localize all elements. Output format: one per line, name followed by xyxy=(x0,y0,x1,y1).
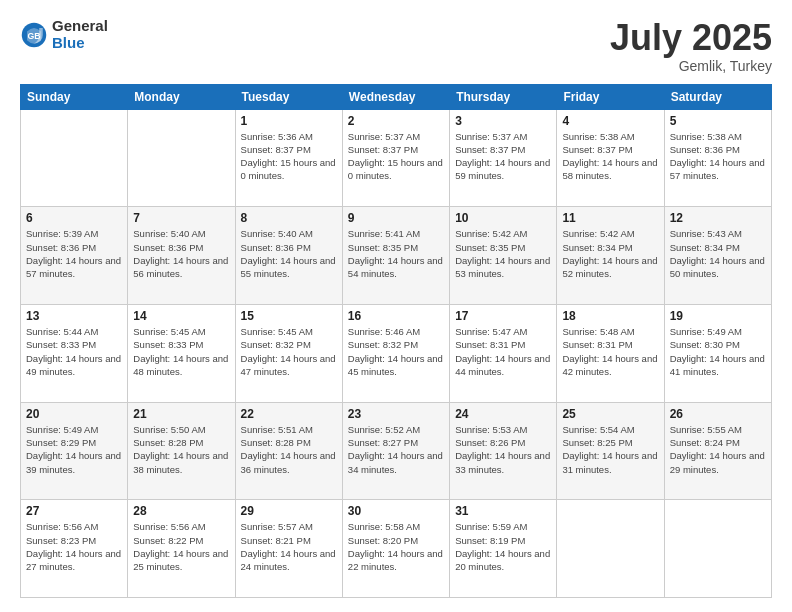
day-info: Sunrise: 5:41 AMSunset: 8:35 PMDaylight:… xyxy=(348,228,443,279)
cell-1-2: 8 Sunrise: 5:40 AMSunset: 8:36 PMDayligh… xyxy=(235,207,342,305)
day-info: Sunrise: 5:48 AMSunset: 8:31 PMDaylight:… xyxy=(562,326,657,377)
day-info: Sunrise: 5:57 AMSunset: 8:21 PMDaylight:… xyxy=(241,521,336,572)
cell-4-6 xyxy=(664,500,771,598)
cell-2-3: 16 Sunrise: 5:46 AMSunset: 8:32 PMDaylig… xyxy=(342,304,449,402)
day-number: 12 xyxy=(670,211,766,225)
day-number: 25 xyxy=(562,407,658,421)
day-info: Sunrise: 5:45 AMSunset: 8:32 PMDaylight:… xyxy=(241,326,336,377)
day-info: Sunrise: 5:53 AMSunset: 8:26 PMDaylight:… xyxy=(455,424,550,475)
col-friday: Friday xyxy=(557,84,664,109)
day-number: 19 xyxy=(670,309,766,323)
cell-0-5: 4 Sunrise: 5:38 AMSunset: 8:37 PMDayligh… xyxy=(557,109,664,207)
day-number: 7 xyxy=(133,211,229,225)
day-info: Sunrise: 5:37 AMSunset: 8:37 PMDaylight:… xyxy=(348,131,443,182)
logo-icon: GB xyxy=(20,21,48,49)
day-number: 31 xyxy=(455,504,551,518)
cell-0-4: 3 Sunrise: 5:37 AMSunset: 8:37 PMDayligh… xyxy=(450,109,557,207)
subtitle: Gemlik, Turkey xyxy=(610,58,772,74)
day-number: 28 xyxy=(133,504,229,518)
week-row-4: 27 Sunrise: 5:56 AMSunset: 8:23 PMDaylig… xyxy=(21,500,772,598)
day-number: 26 xyxy=(670,407,766,421)
cell-2-5: 18 Sunrise: 5:48 AMSunset: 8:31 PMDaylig… xyxy=(557,304,664,402)
cell-0-0 xyxy=(21,109,128,207)
day-info: Sunrise: 5:49 AMSunset: 8:29 PMDaylight:… xyxy=(26,424,121,475)
cell-1-3: 9 Sunrise: 5:41 AMSunset: 8:35 PMDayligh… xyxy=(342,207,449,305)
day-info: Sunrise: 5:40 AMSunset: 8:36 PMDaylight:… xyxy=(133,228,228,279)
cell-0-2: 1 Sunrise: 5:36 AMSunset: 8:37 PMDayligh… xyxy=(235,109,342,207)
day-info: Sunrise: 5:39 AMSunset: 8:36 PMDaylight:… xyxy=(26,228,121,279)
cell-4-4: 31 Sunrise: 5:59 AMSunset: 8:19 PMDaylig… xyxy=(450,500,557,598)
day-number: 8 xyxy=(241,211,337,225)
day-info: Sunrise: 5:37 AMSunset: 8:37 PMDaylight:… xyxy=(455,131,550,182)
cell-4-1: 28 Sunrise: 5:56 AMSunset: 8:22 PMDaylig… xyxy=(128,500,235,598)
day-number: 22 xyxy=(241,407,337,421)
header-row: Sunday Monday Tuesday Wednesday Thursday… xyxy=(21,84,772,109)
day-number: 5 xyxy=(670,114,766,128)
svg-text:GB: GB xyxy=(27,30,40,40)
cell-1-6: 12 Sunrise: 5:43 AMSunset: 8:34 PMDaylig… xyxy=(664,207,771,305)
day-info: Sunrise: 5:38 AMSunset: 8:37 PMDaylight:… xyxy=(562,131,657,182)
cell-4-3: 30 Sunrise: 5:58 AMSunset: 8:20 PMDaylig… xyxy=(342,500,449,598)
col-thursday: Thursday xyxy=(450,84,557,109)
day-number: 21 xyxy=(133,407,229,421)
col-monday: Monday xyxy=(128,84,235,109)
col-tuesday: Tuesday xyxy=(235,84,342,109)
day-number: 23 xyxy=(348,407,444,421)
cell-3-6: 26 Sunrise: 5:55 AMSunset: 8:24 PMDaylig… xyxy=(664,402,771,500)
day-info: Sunrise: 5:58 AMSunset: 8:20 PMDaylight:… xyxy=(348,521,443,572)
col-sunday: Sunday xyxy=(21,84,128,109)
day-number: 1 xyxy=(241,114,337,128)
day-info: Sunrise: 5:38 AMSunset: 8:36 PMDaylight:… xyxy=(670,131,765,182)
day-number: 13 xyxy=(26,309,122,323)
day-info: Sunrise: 5:42 AMSunset: 8:34 PMDaylight:… xyxy=(562,228,657,279)
cell-2-1: 14 Sunrise: 5:45 AMSunset: 8:33 PMDaylig… xyxy=(128,304,235,402)
cell-1-4: 10 Sunrise: 5:42 AMSunset: 8:35 PMDaylig… xyxy=(450,207,557,305)
cell-0-1 xyxy=(128,109,235,207)
logo-text: General Blue xyxy=(52,18,108,51)
day-info: Sunrise: 5:43 AMSunset: 8:34 PMDaylight:… xyxy=(670,228,765,279)
cell-4-2: 29 Sunrise: 5:57 AMSunset: 8:21 PMDaylig… xyxy=(235,500,342,598)
day-number: 17 xyxy=(455,309,551,323)
calendar-table: Sunday Monday Tuesday Wednesday Thursday… xyxy=(20,84,772,598)
day-info: Sunrise: 5:51 AMSunset: 8:28 PMDaylight:… xyxy=(241,424,336,475)
day-info: Sunrise: 5:36 AMSunset: 8:37 PMDaylight:… xyxy=(241,131,336,182)
day-number: 4 xyxy=(562,114,658,128)
day-number: 16 xyxy=(348,309,444,323)
cell-2-4: 17 Sunrise: 5:47 AMSunset: 8:31 PMDaylig… xyxy=(450,304,557,402)
day-info: Sunrise: 5:44 AMSunset: 8:33 PMDaylight:… xyxy=(26,326,121,377)
day-number: 11 xyxy=(562,211,658,225)
day-number: 30 xyxy=(348,504,444,518)
day-info: Sunrise: 5:40 AMSunset: 8:36 PMDaylight:… xyxy=(241,228,336,279)
cell-2-2: 15 Sunrise: 5:45 AMSunset: 8:32 PMDaylig… xyxy=(235,304,342,402)
cell-3-2: 22 Sunrise: 5:51 AMSunset: 8:28 PMDaylig… xyxy=(235,402,342,500)
day-info: Sunrise: 5:46 AMSunset: 8:32 PMDaylight:… xyxy=(348,326,443,377)
logo-general-text: General xyxy=(52,18,108,35)
day-info: Sunrise: 5:54 AMSunset: 8:25 PMDaylight:… xyxy=(562,424,657,475)
day-info: Sunrise: 5:50 AMSunset: 8:28 PMDaylight:… xyxy=(133,424,228,475)
cell-4-0: 27 Sunrise: 5:56 AMSunset: 8:23 PMDaylig… xyxy=(21,500,128,598)
cell-1-5: 11 Sunrise: 5:42 AMSunset: 8:34 PMDaylig… xyxy=(557,207,664,305)
cell-2-6: 19 Sunrise: 5:49 AMSunset: 8:30 PMDaylig… xyxy=(664,304,771,402)
cell-3-1: 21 Sunrise: 5:50 AMSunset: 8:28 PMDaylig… xyxy=(128,402,235,500)
day-info: Sunrise: 5:59 AMSunset: 8:19 PMDaylight:… xyxy=(455,521,550,572)
day-info: Sunrise: 5:45 AMSunset: 8:33 PMDaylight:… xyxy=(133,326,228,377)
day-number: 14 xyxy=(133,309,229,323)
day-number: 15 xyxy=(241,309,337,323)
cell-0-3: 2 Sunrise: 5:37 AMSunset: 8:37 PMDayligh… xyxy=(342,109,449,207)
day-number: 24 xyxy=(455,407,551,421)
day-info: Sunrise: 5:56 AMSunset: 8:23 PMDaylight:… xyxy=(26,521,121,572)
cell-0-6: 5 Sunrise: 5:38 AMSunset: 8:36 PMDayligh… xyxy=(664,109,771,207)
title-block: July 2025 Gemlik, Turkey xyxy=(610,18,772,74)
week-row-2: 13 Sunrise: 5:44 AMSunset: 8:33 PMDaylig… xyxy=(21,304,772,402)
day-number: 2 xyxy=(348,114,444,128)
cell-3-4: 24 Sunrise: 5:53 AMSunset: 8:26 PMDaylig… xyxy=(450,402,557,500)
day-number: 27 xyxy=(26,504,122,518)
col-wednesday: Wednesday xyxy=(342,84,449,109)
week-row-1: 6 Sunrise: 5:39 AMSunset: 8:36 PMDayligh… xyxy=(21,207,772,305)
main-title: July 2025 xyxy=(610,18,772,58)
day-info: Sunrise: 5:47 AMSunset: 8:31 PMDaylight:… xyxy=(455,326,550,377)
cell-3-5: 25 Sunrise: 5:54 AMSunset: 8:25 PMDaylig… xyxy=(557,402,664,500)
day-number: 10 xyxy=(455,211,551,225)
day-info: Sunrise: 5:42 AMSunset: 8:35 PMDaylight:… xyxy=(455,228,550,279)
day-number: 18 xyxy=(562,309,658,323)
